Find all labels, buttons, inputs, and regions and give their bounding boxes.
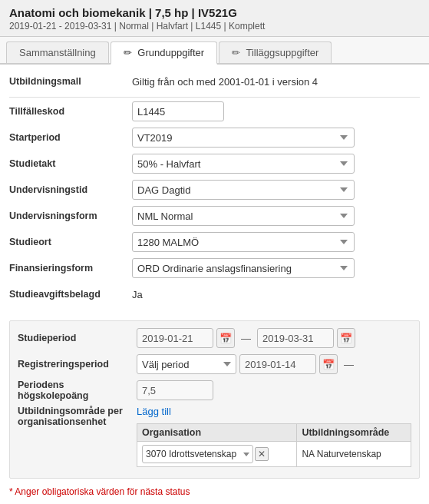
mandatory-star: * [9, 486, 13, 497]
studietakt-row: Studietakt 50% - Halvfart [9, 153, 420, 174]
hppoang-row: Periodens högskolepoäng [18, 380, 411, 401]
lagg-till-link[interactable]: Lägg till [137, 406, 171, 417]
startperiod-label: Startperiod [9, 132, 132, 143]
startperiod-value: VT2019 [132, 128, 420, 148]
tab-grunduppgifter[interactable]: ✏ Grunduppgifter [111, 41, 217, 65]
divider-1 [9, 97, 420, 98]
undervisningsform-value: NML Normal [132, 206, 420, 226]
utbomrade-row: Utbildningsområde per organisationsenhet… [18, 406, 411, 467]
finansieringsform-row: Finansieringsform ORD Ordinarie anslagsf… [9, 257, 420, 279]
studieperiod-value: 📅 — 📅 [137, 328, 411, 348]
tab-tillaggsuppgifter-label: Tilläggsuppgifter [246, 47, 318, 58]
page-subtitle: 2019-01-21 - 2019-03-31 | Normal | Halvf… [9, 21, 420, 32]
org-select[interactable]: 3070 Idrottsvetenskap [142, 445, 253, 463]
undervisningsform-label: Undervisningsform [9, 211, 132, 221]
undervisningsform-select[interactable]: NML Normal [132, 206, 355, 226]
sub-section: Studieperiod 📅 — 📅 Registreringsperiod V… [9, 320, 420, 479]
studieavgiftsbelagd-value: Ja [132, 289, 420, 300]
table-row: 3070 Idrottsvetenskap ✕ NA Naturvetenska… [137, 442, 411, 467]
hppoang-label: Periodens högskolepoäng [18, 380, 137, 401]
studieperiod-row: Studieperiod 📅 — 📅 [18, 327, 411, 349]
studieort-label: Studieort [9, 237, 132, 247]
studieperiod-from-input[interactable] [137, 328, 213, 348]
undervisningstid-select[interactable]: DAG Dagtid [132, 180, 355, 200]
registreringsperiod-date-input[interactable] [239, 354, 316, 374]
reg-dash: — [344, 359, 354, 370]
registreringsperiod-value: Välj period 📅 — [137, 354, 411, 374]
registreringsperiod-row: Registreringsperiod Välj period 📅 — [18, 353, 411, 375]
org-cell: 3070 Idrottsvetenskap ✕ [137, 442, 297, 467]
col-utbildningsomrade: Utbildningsområde [297, 424, 411, 442]
studieort-row: Studieort 1280 MALMÖ [9, 231, 420, 253]
studieperiod-label: Studieperiod [18, 333, 137, 343]
col-organisation: Organisation [137, 424, 297, 442]
utbildningsmall-value: Giltig från och med 2001-01-01 i version… [132, 76, 420, 88]
studieavgiftsbelagd-row: Studieavgiftsbelagd Ja [9, 284, 420, 305]
edit-icon-tillaggsuppgifter: ✏ [232, 47, 240, 58]
page-header: Anatomi och biomekanik | 7,5 hp | IV521G… [0, 0, 429, 37]
calendar-icon-from[interactable]: 📅 [216, 328, 235, 348]
edit-icon-grunduppgifter: ✏ [124, 47, 132, 58]
undervisningsform-row: Undervisningsform NML Normal [9, 205, 420, 227]
action-bar: Spara Avbryt Ändra för registervård [0, 500, 429, 504]
undervisningstid-row: Undervisningstid DAG Dagtid [9, 179, 420, 201]
studieort-select[interactable]: 1280 MALMÖ [132, 232, 355, 252]
tillfalleskod-row: Tillfälleskod [9, 101, 420, 122]
registreringsperiod-label: Registreringsperiod [18, 359, 137, 370]
hppoang-value [137, 380, 411, 400]
studietakt-select[interactable]: 50% - Halvfart [132, 154, 355, 174]
org-select-wrapper: 3070 Idrottsvetenskap ✕ [142, 445, 292, 463]
org-table: Organisation Utbildningsområde 3070 Idro… [137, 423, 411, 467]
mandatory-note-text: Anger obligatoriska värden för nästa sta… [15, 486, 190, 497]
studieperiod-to-input[interactable] [257, 328, 334, 348]
date-dash: — [241, 333, 251, 344]
utbildningsmall-row: Utbildningsmall Giltig från och med 2001… [9, 71, 420, 92]
calendar-icon-to[interactable]: 📅 [337, 328, 355, 348]
tab-sammanstallning-label: Sammanställning [19, 47, 96, 58]
utbomrade-value: Lägg till Organisation Utbildningsområde [137, 406, 411, 467]
undervisningstid-value: DAG Dagtid [132, 180, 420, 200]
utb-area-cell: NA Naturvetenskap [297, 442, 411, 467]
tab-sammanstallning[interactable]: Sammanställning [6, 41, 109, 63]
undervisningstid-label: Undervisningstid [9, 184, 132, 195]
mandatory-note: * Anger obligatoriska värden för nästa s… [0, 483, 429, 500]
studieort-value: 1280 MALMÖ [132, 232, 420, 252]
finansieringsform-value: ORD Ordinarie anslagsfinansiering [132, 258, 420, 278]
tillfalleskod-value [132, 101, 420, 121]
studieavgiftsbelagd-label: Studieavgiftsbelagd [9, 289, 132, 300]
studietakt-value: 50% - Halvfart [132, 154, 420, 174]
tillfalleskod-label: Tillfälleskod [9, 106, 132, 117]
studietakt-label: Studietakt [9, 158, 132, 169]
content-area: Utbildningsmall Giltig från och med 2001… [0, 65, 429, 504]
startperiod-select[interactable]: VT2019 [132, 128, 355, 148]
hppoang-input[interactable] [137, 380, 213, 400]
page-title: Anatomi och biomekanik | 7,5 hp | IV521G [9, 6, 420, 19]
startperiod-row: Startperiod VT2019 [9, 127, 420, 148]
registreringsperiod-select[interactable]: Välj period [137, 354, 236, 374]
tab-grunduppgifter-label: Grunduppgifter [137, 47, 204, 58]
calendar-icon-reg[interactable]: 📅 [319, 354, 338, 374]
tillfalleskod-input[interactable] [132, 101, 224, 121]
utbildningsmall-label: Utbildningsmall [9, 76, 132, 87]
utbomrade-label: Utbildningsområde per organisationsenhet [18, 406, 137, 427]
tab-bar: Sammanställning ✏ Grunduppgifter ✏ Tillä… [0, 37, 429, 65]
tab-tillaggsuppgifter[interactable]: ✏ Tilläggsuppgifter [219, 41, 332, 63]
remove-org-button[interactable]: ✕ [255, 447, 269, 461]
finansieringsform-label: Finansieringsform [9, 263, 132, 274]
finansieringsform-select[interactable]: ORD Ordinarie anslagsfinansiering [132, 258, 355, 278]
main-form: Utbildningsmall Giltig från och med 2001… [0, 65, 429, 316]
